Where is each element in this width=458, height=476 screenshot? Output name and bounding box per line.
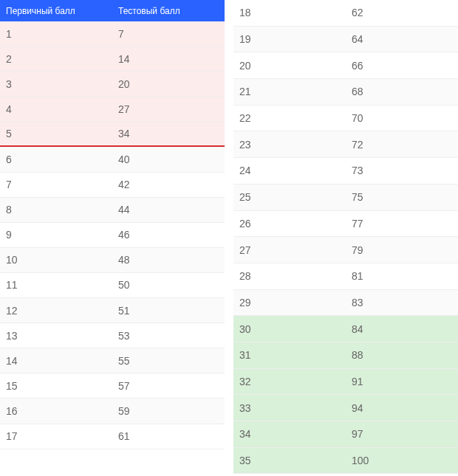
cell-test: 50 (112, 279, 225, 291)
cell-test: 42 (112, 179, 225, 190)
cell-test: 44 (112, 204, 225, 215)
table-row: 1862 (233, 0, 458, 27)
table-row: 2881 (233, 263, 458, 290)
cell-test: 91 (346, 376, 458, 387)
cell-primary: 15 (0, 380, 112, 392)
cell-primary: 35 (233, 455, 346, 466)
cell-test: 55 (112, 355, 225, 367)
cell-test: 75 (346, 191, 458, 203)
table-row: 2372 (233, 131, 458, 158)
table-row: 35100 (233, 448, 458, 475)
table-row: 3394 (233, 395, 458, 421)
score-table-left: Первичный балл Тестовый балл 17214320427… (0, 0, 225, 476)
cell-primary: 25 (233, 191, 346, 203)
table-body-left: 1721432042753464074284494610481150125113… (0, 21, 225, 449)
cell-primary: 3 (0, 78, 112, 90)
table-row: 2066 (233, 52, 458, 79)
cell-primary: 22 (233, 112, 346, 124)
cell-primary: 30 (233, 323, 346, 335)
cell-test: 64 (346, 33, 458, 45)
table-row: 1455 (0, 348, 225, 373)
table-row: 534 (0, 122, 225, 147)
table-row: 3497 (233, 421, 458, 448)
table-row: 2270 (233, 106, 458, 132)
cell-test: 81 (346, 270, 458, 282)
cell-primary: 5 (0, 128, 112, 139)
table-row: 1557 (0, 373, 225, 399)
cell-primary: 6 (0, 154, 112, 165)
cell-test: 51 (112, 305, 225, 317)
table-row: 2575 (233, 184, 458, 211)
cell-test: 84 (346, 323, 458, 335)
cell-primary: 2 (0, 53, 112, 65)
table-row: 1353 (0, 323, 225, 348)
cell-primary: 8 (0, 204, 112, 215)
table-row: 3084 (233, 316, 458, 342)
cell-test: 7 (112, 28, 225, 40)
cell-test: 46 (112, 229, 225, 241)
cell-primary: 7 (0, 179, 112, 190)
cell-primary: 10 (0, 254, 112, 266)
table-row: 3291 (233, 369, 458, 396)
cell-primary: 32 (233, 376, 346, 387)
cell-test: 73 (346, 165, 458, 176)
score-table-right: 1862196420662168227023722473257526772779… (233, 0, 458, 476)
cell-test: 61 (112, 430, 225, 442)
cell-primary: 21 (233, 86, 346, 97)
cell-primary: 34 (233, 428, 346, 440)
cell-test: 59 (112, 405, 225, 417)
cell-test: 34 (112, 128, 225, 139)
cell-test: 97 (346, 428, 458, 440)
cell-test: 94 (346, 402, 458, 414)
cell-test: 57 (112, 380, 225, 392)
table-row: 2677 (233, 211, 458, 238)
cell-test: 14 (112, 53, 225, 65)
table-row: 1659 (0, 399, 225, 424)
cell-primary: 28 (233, 270, 346, 282)
cell-primary: 11 (0, 279, 112, 291)
table-row: 17 (0, 21, 225, 46)
cell-primary: 19 (233, 33, 346, 45)
cell-primary: 9 (0, 229, 112, 241)
cell-test: 83 (346, 297, 458, 308)
cell-test: 27 (112, 103, 225, 115)
cell-test: 72 (346, 139, 458, 151)
cell-primary: 16 (0, 405, 112, 417)
table-row: 1048 (0, 248, 225, 273)
cell-primary: 27 (233, 244, 346, 256)
table-row: 1964 (233, 27, 458, 53)
cell-test: 40 (112, 154, 225, 165)
header-primary: Первичный балл (0, 6, 112, 16)
cell-primary: 31 (233, 349, 346, 361)
cell-primary: 13 (0, 330, 112, 342)
table-row: 3188 (233, 342, 458, 369)
cell-test: 66 (346, 60, 458, 72)
cell-primary: 23 (233, 139, 346, 151)
cell-primary: 20 (233, 60, 346, 72)
cell-primary: 18 (233, 7, 346, 18)
cell-primary: 29 (233, 297, 346, 308)
cell-test: 20 (112, 78, 225, 90)
cell-primary: 24 (233, 165, 346, 176)
cell-primary: 17 (0, 430, 112, 442)
cell-test: 53 (112, 330, 225, 342)
cell-primary: 12 (0, 305, 112, 317)
table-row: 427 (0, 97, 225, 122)
cell-test: 88 (346, 349, 458, 361)
table-row: 946 (0, 223, 225, 248)
cell-test: 68 (346, 86, 458, 97)
cell-primary: 1 (0, 28, 112, 40)
cell-test: 100 (346, 455, 458, 466)
table-row: 1761 (0, 424, 225, 449)
table-row: 1150 (0, 273, 225, 298)
table-row: 844 (0, 198, 225, 223)
table-row: 214 (0, 46, 225, 72)
cell-primary: 26 (233, 218, 346, 230)
cell-test: 77 (346, 218, 458, 230)
table-row: 2983 (233, 290, 458, 317)
cell-primary: 4 (0, 103, 112, 115)
cell-primary: 14 (0, 355, 112, 367)
cell-test: 62 (346, 7, 458, 18)
cell-test: 70 (346, 112, 458, 124)
header-test: Тестовый балл (112, 6, 225, 16)
